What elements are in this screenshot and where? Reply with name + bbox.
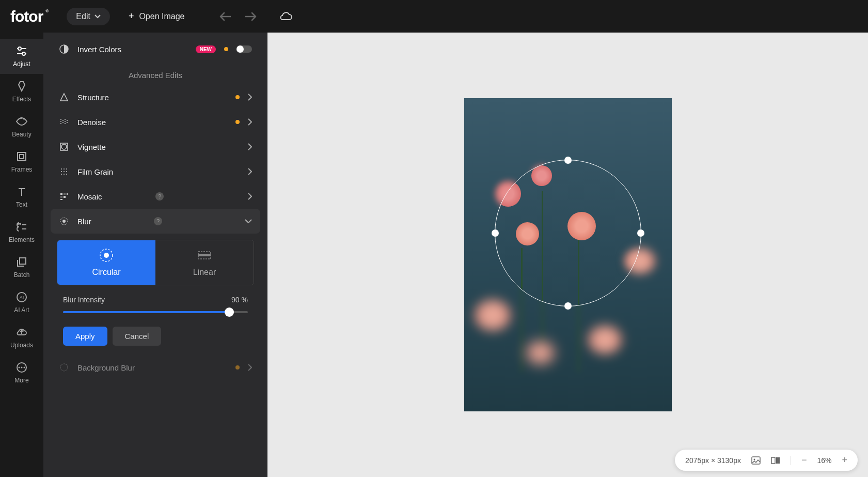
film-grain-label: Film Grain	[77, 167, 240, 176]
resize-handle-right[interactable]	[637, 229, 644, 237]
frames-icon	[15, 150, 28, 163]
rail-item-elements[interactable]: Elements	[0, 214, 43, 250]
blur-tab-circular[interactable]: Circular	[57, 240, 155, 285]
vignette-label: Vignette	[77, 143, 240, 151]
svg-point-20	[64, 171, 65, 172]
svg-point-11	[21, 367, 23, 368]
structure-label: Structure	[77, 93, 227, 102]
blur-row[interactable]: Blur ?	[51, 209, 260, 234]
svg-point-37	[60, 364, 68, 371]
vignette-row[interactable]: Vignette	[51, 134, 260, 159]
canvas-image[interactable]	[464, 98, 672, 411]
background-blur-row[interactable]: Background Blur	[51, 355, 260, 380]
chevron-right-icon	[248, 364, 252, 371]
resize-handle-top[interactable]	[564, 157, 572, 164]
adjust-icon	[15, 45, 28, 57]
compare-icon[interactable]	[771, 456, 780, 465]
mosaic-icon	[59, 191, 69, 202]
structure-icon	[59, 92, 69, 102]
svg-rect-28	[60, 196, 62, 198]
svg-point-39	[753, 458, 755, 460]
svg-point-15	[61, 144, 67, 149]
resize-handle-left[interactable]	[492, 229, 499, 237]
rail-item-batch[interactable]: Batch	[0, 250, 43, 285]
svg-point-1	[22, 52, 25, 55]
svg-rect-26	[64, 193, 66, 195]
chevron-right-icon	[248, 118, 252, 126]
advanced-edits-title: Advanced Edits	[51, 61, 260, 85]
zoom-in-button[interactable]: +	[842, 455, 847, 466]
film-grain-icon	[59, 166, 69, 177]
slider-thumb[interactable]	[225, 307, 234, 317]
left-nav-rail: Adjust Effects Beauty Frames Text Elemen…	[0, 33, 43, 477]
rail-item-adjust[interactable]: Adjust	[0, 39, 43, 74]
svg-rect-29	[64, 196, 66, 198]
structure-row[interactable]: Structure	[51, 85, 260, 110]
edit-dropdown[interactable]: Edit	[67, 8, 110, 25]
apply-button[interactable]: Apply	[63, 327, 107, 346]
svg-rect-41	[776, 457, 780, 464]
svg-rect-40	[771, 457, 775, 464]
rail-item-frames[interactable]: Frames	[0, 144, 43, 179]
chevron-down-icon	[94, 14, 101, 19]
svg-rect-36	[198, 254, 211, 256]
svg-point-34	[104, 253, 109, 258]
rail-item-effects[interactable]: Effects	[0, 74, 43, 109]
rail-item-beauty[interactable]: Beauty	[0, 109, 43, 144]
rail-item-more[interactable]: More	[0, 355, 43, 390]
rail-label: Beauty	[12, 131, 31, 138]
blur-label: Blur	[77, 217, 144, 226]
blur-circle-selector[interactable]	[495, 160, 641, 306]
svg-point-18	[66, 168, 67, 170]
premium-dot-icon	[224, 47, 228, 51]
invert-colors-label: Invert Colors	[77, 45, 187, 54]
svg-rect-27	[67, 193, 68, 195]
help-icon[interactable]: ?	[154, 217, 162, 225]
open-image-button[interactable]: + Open Image	[122, 7, 191, 26]
cancel-button[interactable]: Cancel	[113, 327, 162, 346]
rail-item-ai-art[interactable]: AI AI Art	[0, 285, 43, 320]
canvas-workspace[interactable]: 2075px × 3130px − 16% +	[267, 33, 868, 477]
svg-point-5	[19, 223, 21, 225]
svg-point-21	[66, 171, 67, 172]
rail-item-text[interactable]: Text	[0, 179, 43, 214]
redo-button[interactable]	[245, 12, 257, 21]
canvas-dimensions: 2075px × 3130px	[685, 456, 741, 465]
image-icon[interactable]	[751, 456, 761, 465]
rail-item-uploads[interactable]: Uploads	[0, 320, 43, 355]
blur-options-panel: Circular Linear Blur Intensity 90 %	[51, 234, 260, 355]
rail-label: Batch	[14, 271, 30, 279]
batch-icon	[15, 256, 28, 268]
top-toolbar: fotor® Edit + Open Image	[0, 0, 868, 33]
vignette-icon	[59, 142, 69, 152]
denoise-row[interactable]: Denoise	[51, 110, 260, 134]
svg-text:AI: AI	[20, 295, 24, 300]
mosaic-row[interactable]: Mosaic ?	[51, 184, 260, 209]
status-bar: 2075px × 3130px − 16% +	[675, 450, 858, 471]
film-grain-row[interactable]: Film Grain	[51, 159, 260, 184]
rail-label: AI Art	[14, 306, 29, 314]
edit-label: Edit	[76, 12, 90, 21]
blur-tab-linear[interactable]: Linear	[155, 240, 254, 285]
zoom-out-button[interactable]: −	[801, 455, 807, 466]
undo-button[interactable]	[219, 12, 231, 21]
chevron-right-icon	[248, 168, 252, 175]
invert-colors-row[interactable]: Invert Colors NEW	[51, 37, 260, 61]
invert-colors-toggle[interactable]	[236, 45, 252, 53]
chevron-right-icon	[248, 94, 252, 101]
svg-rect-6	[20, 258, 26, 264]
resize-handle-bottom[interactable]	[564, 302, 572, 310]
blur-intensity-value: 90 %	[231, 296, 248, 304]
svg-point-0	[18, 47, 21, 50]
background-blur-icon	[59, 362, 69, 373]
rail-label: Elements	[9, 236, 35, 243]
app-logo: fotor®	[10, 8, 43, 25]
rail-label: Frames	[11, 166, 33, 173]
svg-rect-3	[20, 155, 24, 159]
help-icon[interactable]: ?	[155, 192, 164, 201]
effects-icon	[15, 80, 28, 93]
cloud-icon[interactable]	[279, 11, 293, 22]
beauty-icon	[15, 115, 28, 128]
rail-label: More	[14, 377, 28, 384]
blur-intensity-slider[interactable]	[63, 311, 248, 313]
